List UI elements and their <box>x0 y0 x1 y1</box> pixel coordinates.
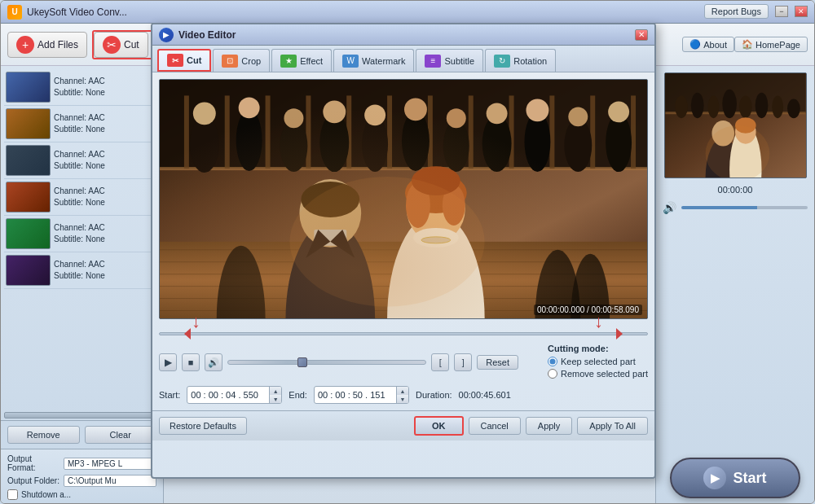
channel-info: Channel: AAC <box>54 259 158 270</box>
restore-defaults-button[interactable]: Restore Defaults <box>159 417 247 435</box>
end-spin-down[interactable]: ▼ <box>397 395 408 403</box>
apply-to-all-button[interactable]: Apply To All <box>577 417 648 435</box>
subtitle-info: Subtitle: None <box>54 124 158 135</box>
svg-point-10 <box>787 99 800 119</box>
cut-tab-icon: ✂ <box>167 54 183 67</box>
volume-control-slider[interactable] <box>227 360 426 365</box>
start-icon: ▶ <box>703 467 726 489</box>
timeline-wrapper: ↓ ↓ <box>159 326 648 342</box>
list-item[interactable]: Channel: AAC Subtitle: None <box>4 69 160 106</box>
app-logo: U <box>7 5 22 20</box>
rotation-tab-label: Rotation <box>513 56 547 66</box>
list-item[interactable]: Channel: AAC Subtitle: None <box>4 216 160 252</box>
start-spin-down[interactable]: ▼ <box>270 395 281 403</box>
tab-cut[interactable]: ✂ Cut <box>157 49 211 72</box>
scene-overlay <box>160 80 647 318</box>
stop-button[interactable]: ■ <box>182 353 200 371</box>
output-folder-row: Output Folder: C:\Output Mu <box>7 475 156 487</box>
about-button[interactable]: 🔵 About <box>682 37 734 52</box>
end-time-field[interactable] <box>315 388 396 401</box>
cut-button[interactable]: ✂ Cut <box>94 32 148 58</box>
cut-button-wrapper: ✂ Cut <box>92 30 155 59</box>
volume-icon: 🔊 <box>663 201 676 214</box>
right-preview <box>664 72 807 178</box>
minimize-button[interactable]: − <box>775 6 788 17</box>
file-thumbnail <box>6 182 51 213</box>
remove-button[interactable]: Remove <box>7 426 80 444</box>
timeline-handle-left[interactable] <box>184 328 191 340</box>
dialog-bottom-bar: Restore Defaults OK Cancel Apply Apply T… <box>152 410 654 440</box>
cut-tab-label: Cut <box>187 55 201 65</box>
end-spin-up[interactable]: ▲ <box>397 387 408 395</box>
cancel-button[interactable]: Cancel <box>469 417 521 435</box>
volume-slider[interactable] <box>681 206 808 209</box>
effect-tab-icon: ★ <box>280 55 297 68</box>
clear-button[interactable]: Clear <box>85 426 157 444</box>
start-spin-up[interactable]: ▲ <box>270 387 281 395</box>
svg-point-5 <box>707 96 719 119</box>
duration-value: 00:00:45.601 <box>459 390 511 400</box>
video-scene: 00:00:00.000 / 00:00:58.090 <box>160 80 647 318</box>
close-button[interactable]: ✕ <box>795 6 808 17</box>
file-list: Channel: AAC Subtitle: None Channel: AAC… <box>1 66 163 410</box>
watermark-tab-label: Watermark <box>362 56 405 66</box>
tab-subtitle[interactable]: ≡ Subtitle <box>416 49 483 72</box>
list-item[interactable]: Channel: AAC Subtitle: None <box>4 252 160 289</box>
time-inputs-row: Start: ▲ ▼ End: ▲ ▼ Duration: 00:00:45.6… <box>159 386 648 404</box>
end-time-input[interactable]: ▲ ▼ <box>314 386 409 404</box>
left-arrow-indicator: ↓ <box>192 311 200 332</box>
tab-rotation[interactable]: ↻ Rotation <box>485 49 556 72</box>
apply-button[interactable]: Apply <box>526 417 573 435</box>
start-label: Start <box>733 470 766 487</box>
file-thumbnail <box>6 255 51 286</box>
start-button[interactable]: ▶ Start <box>670 458 800 498</box>
subtitle-info: Subtitle: None <box>54 270 158 282</box>
volume-button[interactable]: 🔊 <box>205 353 222 371</box>
file-info: Channel: AAC Subtitle: None <box>54 149 158 172</box>
shutdown-checkbox[interactable] <box>7 489 18 500</box>
tab-crop[interactable]: ⊡ Crop <box>213 49 270 72</box>
report-area: Report Bugs − ✕ <box>704 4 808 19</box>
video-preview: 00:00:00.000 / 00:00:58.090 <box>159 79 648 319</box>
mark-in-button[interactable]: [ <box>431 353 449 371</box>
channel-info: Channel: AAC <box>54 222 158 234</box>
output-format-row: Output Format: MP3 - MPEG L <box>7 454 156 472</box>
scroll-bar[interactable] <box>4 412 160 419</box>
file-thumbnail <box>6 108 51 139</box>
start-time-field[interactable] <box>187 388 269 401</box>
subtitle-info: Subtitle: None <box>54 160 158 172</box>
file-info: Channel: AAC Subtitle: None <box>54 222 158 245</box>
channel-info: Channel: AAC <box>54 112 158 124</box>
crop-tab-icon: ⊡ <box>222 55 238 68</box>
homepage-button[interactable]: 🏠 HomePage <box>734 37 808 52</box>
timeline-handle-right[interactable] <box>616 328 623 340</box>
list-item[interactable]: Channel: AAC Subtitle: None <box>4 179 160 216</box>
homepage-label: HomePage <box>756 40 800 50</box>
svg-point-8 <box>755 93 768 119</box>
keep-radio[interactable] <box>548 357 557 366</box>
play-button[interactable]: ▶ <box>159 353 177 371</box>
list-item[interactable]: Channel: AAC Subtitle: None <box>4 106 160 142</box>
tab-watermark[interactable]: W Watermark <box>333 49 414 72</box>
video-editor-dialog: ▶ Video Editor ✕ ✂ Cut ⊡ Crop ★ Effect W… <box>151 23 656 479</box>
subtitle-tab-label: Subtitle <box>444 56 474 66</box>
output-folder-value: C:\Output Mu <box>64 475 156 487</box>
list-item[interactable]: Channel: AAC Subtitle: None <box>4 142 160 179</box>
ok-button[interactable]: OK <box>414 416 464 436</box>
reset-button[interactable]: Reset <box>477 355 518 370</box>
add-files-button[interactable]: + Add Files <box>7 32 87 58</box>
preview-image <box>665 73 806 177</box>
file-thumbnail <box>6 145 51 176</box>
start-spinners: ▲ ▼ <box>269 387 281 403</box>
time-code-overlay: 00:00:00.000 / 00:00:58.090 <box>534 305 642 315</box>
output-format-label: Output Format: <box>7 454 60 472</box>
timeline-track[interactable] <box>159 332 648 335</box>
panel-buttons: Remove Clear <box>1 420 163 449</box>
remove-radio[interactable] <box>548 369 557 379</box>
tab-effect[interactable]: ★ Effect <box>271 49 332 72</box>
report-bugs-button[interactable]: Report Bugs <box>704 4 769 19</box>
dialog-close-button[interactable]: ✕ <box>635 29 648 41</box>
cutting-mode-section: Cutting mode: Keep selected part Remove … <box>548 344 648 381</box>
start-time-input[interactable]: ▲ ▼ <box>187 386 282 404</box>
mark-out-button[interactable]: ] <box>454 353 472 371</box>
